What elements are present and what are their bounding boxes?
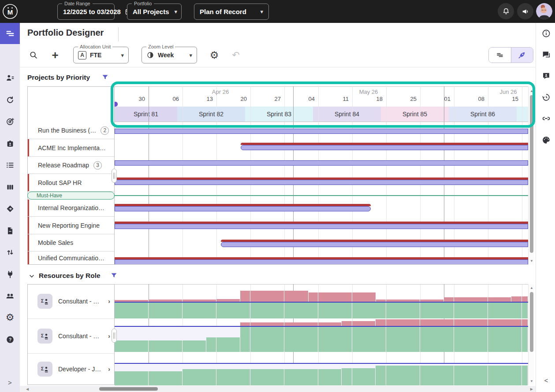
resources-scroll-thumb[interactable] bbox=[530, 292, 533, 352]
nav-resource-planner[interactable] bbox=[0, 68, 20, 88]
right-sidebar: < bbox=[536, 23, 555, 392]
milestone-diamond-icon bbox=[5, 204, 15, 214]
user-avatar[interactable] bbox=[536, 3, 552, 19]
nav-board-columns[interactable] bbox=[0, 178, 20, 197]
week-label: 04 bbox=[291, 96, 315, 102]
allocation-area bbox=[284, 369, 318, 385]
resources-splitter-handle[interactable] bbox=[112, 329, 117, 343]
nav-milestone[interactable] bbox=[0, 199, 20, 218]
nav-list[interactable] bbox=[0, 155, 20, 175]
columns-icon bbox=[5, 182, 15, 192]
gear-icon: ⚙ bbox=[6, 312, 15, 323]
allocation-area bbox=[284, 326, 318, 352]
gantt-bar[interactable] bbox=[115, 129, 528, 134]
priority-divider-label: Must-Have bbox=[37, 192, 62, 199]
underallocation-area bbox=[206, 326, 240, 337]
priority-divider-pill[interactable]: Must-Have bbox=[27, 192, 115, 200]
nav-import-export[interactable] bbox=[0, 243, 20, 262]
allocation-area bbox=[284, 302, 318, 318]
panel-history-button[interactable] bbox=[540, 92, 552, 103]
scroll-right-arrow[interactable]: ▶ bbox=[530, 387, 533, 391]
scroll-up-arrow[interactable]: ▲ bbox=[529, 89, 535, 93]
sprint-band-2[interactable]: Sprint 82 bbox=[177, 107, 245, 122]
gantt-bar[interactable] bbox=[115, 180, 528, 185]
gantt-bar[interactable] bbox=[115, 224, 528, 229]
must-have-divider-line bbox=[115, 195, 528, 196]
resources-label-column-frame bbox=[27, 284, 115, 385]
nav-help[interactable]: ? bbox=[0, 330, 20, 349]
overload-area bbox=[420, 319, 454, 326]
allocation-area bbox=[115, 302, 149, 318]
overload-area bbox=[454, 319, 488, 326]
nav-goals[interactable] bbox=[0, 112, 20, 131]
allocation-area bbox=[420, 366, 454, 385]
month-gridline bbox=[293, 86, 294, 122]
resources-vertical-scrollbar[interactable]: ▲ ▼ bbox=[528, 284, 534, 385]
nav-integrations[interactable] bbox=[0, 265, 20, 284]
sprint-band-4[interactable]: Sprint 84 bbox=[313, 107, 381, 122]
sprint-band-3[interactable]: Sprint 83 bbox=[245, 107, 313, 122]
nav-settings[interactable]: ⚙ bbox=[0, 308, 20, 327]
id-badge-icon bbox=[5, 139, 15, 148]
nav-users[interactable] bbox=[0, 286, 20, 306]
projects-scroll-thumb[interactable] bbox=[530, 95, 533, 253]
overload-area bbox=[488, 319, 522, 326]
horizontal-scrollbar[interactable]: ◀ ▶ bbox=[20, 386, 536, 392]
panel-info-button[interactable] bbox=[540, 28, 552, 39]
nav-report[interactable] bbox=[0, 221, 20, 240]
milestone-marker[interactable] bbox=[114, 102, 118, 107]
allocation-area bbox=[522, 326, 528, 352]
announcements-button[interactable] bbox=[517, 3, 533, 19]
projects-vertical-scrollbar[interactable]: ▲ ▼ bbox=[528, 86, 534, 265]
nav-badge[interactable] bbox=[0, 134, 20, 153]
app-logo[interactable]: M bbox=[2, 3, 19, 20]
panel-links-button[interactable] bbox=[540, 113, 552, 124]
panel-contact-button[interactable] bbox=[540, 70, 552, 82]
portfolio-select[interactable]: Portfolio All Projects ▾ bbox=[127, 4, 182, 20]
allocation-area bbox=[386, 326, 420, 352]
sprint-band-7[interactable] bbox=[517, 107, 528, 122]
date-range-picker[interactable]: Date Range 12/2025 to 03/2028 bbox=[57, 4, 115, 20]
plug-icon bbox=[5, 270, 15, 279]
scenario-select[interactable]: Plan of Record ▾ bbox=[194, 4, 269, 20]
month-label: Jun 26 bbox=[488, 89, 528, 95]
horizontal-scroll-thumb[interactable] bbox=[99, 387, 158, 391]
gantt-bar[interactable] bbox=[115, 160, 528, 166]
allocation-area bbox=[115, 340, 149, 352]
nav-sync[interactable] bbox=[0, 90, 20, 110]
panel-collapse-button[interactable]: < bbox=[540, 374, 552, 386]
overload-area bbox=[376, 319, 386, 326]
week-label: 13 bbox=[189, 96, 213, 102]
gantt-bar[interactable] bbox=[241, 145, 528, 150]
chevron-right-icon: > bbox=[8, 379, 12, 386]
gantt-bar[interactable] bbox=[115, 206, 371, 211]
sprint-band-6[interactable]: Sprint 86 bbox=[449, 107, 517, 122]
sidebar-expand-button[interactable]: > bbox=[0, 373, 20, 392]
top-bar: M Date Range 12/2025 to 03/2028 Portfoli… bbox=[0, 0, 555, 23]
caret-down-icon: ▾ bbox=[169, 8, 178, 15]
panel-theme-button[interactable] bbox=[540, 134, 552, 146]
scroll-down-arrow[interactable]: ▼ bbox=[529, 379, 535, 383]
overload-area bbox=[240, 291, 250, 302]
projects-splitter-handle[interactable] bbox=[112, 169, 117, 183]
sprint-band-1[interactable]: Sprint 81 bbox=[115, 107, 177, 122]
date-range-label: Date Range bbox=[62, 1, 93, 7]
sprint-band-5[interactable]: Sprint 85 bbox=[381, 107, 449, 122]
week-label: 25 bbox=[393, 96, 417, 102]
scroll-down-arrow[interactable]: ▼ bbox=[529, 259, 535, 263]
month-gridline bbox=[149, 122, 149, 265]
scroll-left-arrow[interactable]: ◀ bbox=[26, 387, 29, 391]
allocation-area bbox=[318, 369, 342, 385]
allocation-area bbox=[454, 302, 488, 318]
scroll-up-arrow[interactable]: ▲ bbox=[529, 286, 535, 290]
nav-portfolio-designer[interactable] bbox=[0, 23, 20, 44]
scenario-value: Plan of Record bbox=[200, 8, 246, 15]
underallocation-area bbox=[183, 363, 342, 369]
allocation-area bbox=[386, 366, 420, 385]
gantt-bar[interactable] bbox=[221, 242, 528, 247]
panel-comments-button[interactable] bbox=[540, 49, 552, 60]
megaphone-icon bbox=[521, 7, 530, 16]
allocation-area bbox=[488, 302, 522, 318]
resources-chart-top-border bbox=[115, 284, 528, 285]
notifications-button[interactable] bbox=[498, 3, 514, 19]
